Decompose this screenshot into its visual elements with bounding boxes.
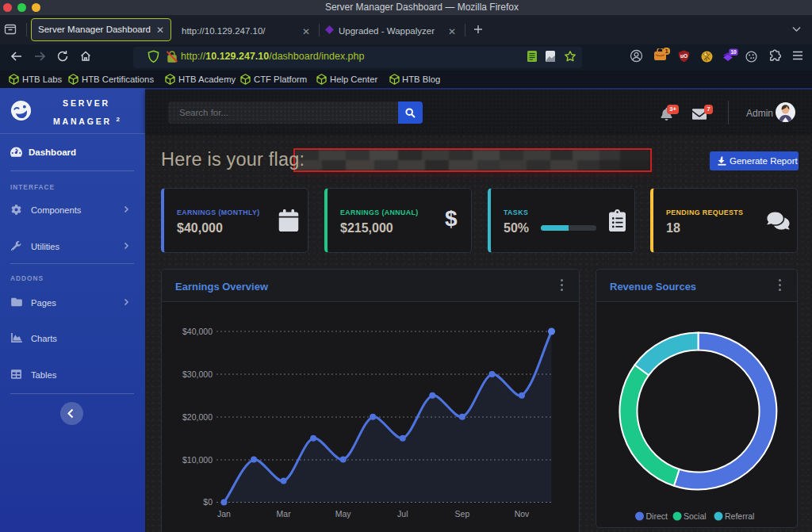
svg-text:$0: $0 xyxy=(203,497,213,507)
svg-text:$10,000: $10,000 xyxy=(182,455,213,465)
svg-text:Direct: Direct xyxy=(646,511,668,521)
svg-text:uO: uO xyxy=(680,53,688,59)
svg-text:Referral: Referral xyxy=(725,511,754,521)
svg-text:$20,000: $20,000 xyxy=(182,412,213,422)
svg-text:Sep: Sep xyxy=(455,509,470,519)
svg-text:10: 10 xyxy=(730,49,737,55)
svg-text:$40,000: $40,000 xyxy=(182,327,213,336)
svg-text:Mar: Mar xyxy=(277,509,292,519)
svg-text:$30,000: $30,000 xyxy=(182,369,213,379)
svg-text:Jul: Jul xyxy=(397,509,408,519)
svg-text:Jan: Jan xyxy=(217,509,231,519)
svg-text:Nov: Nov xyxy=(515,509,530,519)
svg-text:Social: Social xyxy=(684,511,707,521)
svg-text:May: May xyxy=(335,509,352,519)
